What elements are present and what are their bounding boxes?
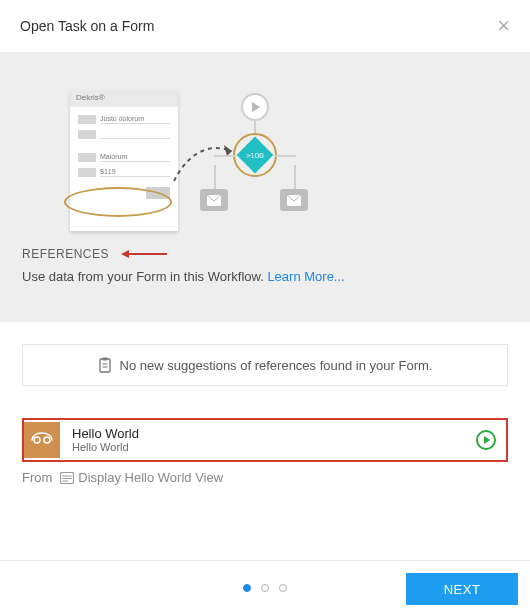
mock-field-1: Justo dolorum bbox=[100, 115, 170, 124]
mail-node-icon bbox=[280, 189, 308, 211]
open-task-modal: Open Task on a Form × Dekris® Justo dolo… bbox=[0, 0, 530, 615]
dotted-arrow-icon bbox=[172, 145, 242, 185]
mock-field-blank1 bbox=[100, 130, 170, 139]
play-icon[interactable] bbox=[476, 430, 496, 450]
references-header: REFERENCES Use data from your Form in th… bbox=[0, 233, 530, 302]
step-dot-3[interactable] bbox=[279, 584, 287, 592]
clipboard-icon bbox=[98, 357, 112, 373]
mock-field-value: $119 bbox=[100, 168, 170, 177]
task-text-block: Hello World Hello World bbox=[72, 426, 464, 455]
references-subtext-row: Use data from your Form in this Workflow… bbox=[22, 269, 508, 284]
mail-node-icon bbox=[200, 189, 228, 211]
highlight-oval bbox=[64, 187, 172, 217]
next-button[interactable]: NEXT bbox=[406, 573, 518, 605]
references-label: REFERENCES bbox=[22, 247, 109, 261]
decision-label: >100 bbox=[246, 151, 264, 160]
step-dot-2[interactable] bbox=[261, 584, 269, 592]
task-card[interactable]: Hello World Hello World bbox=[22, 418, 508, 462]
connector-line bbox=[294, 165, 296, 189]
modal-body: No new suggestions of references found i… bbox=[0, 322, 530, 560]
source-view-chip[interactable]: Display Hello World View bbox=[60, 470, 223, 485]
connector-line bbox=[214, 165, 216, 189]
mock-form-title: Dekris® bbox=[70, 91, 178, 107]
references-subtext: Use data from your Form in this Workflow… bbox=[22, 269, 267, 284]
step-dots bbox=[243, 584, 287, 592]
illustration-panel: Dekris® Justo dolorum Maiorum $119 bbox=[0, 53, 530, 322]
task-title: Hello World bbox=[72, 426, 464, 442]
svg-point-7 bbox=[34, 437, 40, 443]
no-suggestions-banner: No new suggestions of references found i… bbox=[22, 344, 508, 386]
start-node-icon bbox=[241, 93, 269, 121]
decision-node-ring: >100 bbox=[233, 133, 277, 177]
learn-more-link[interactable]: Learn More... bbox=[267, 269, 344, 284]
step-dot-1[interactable] bbox=[243, 584, 251, 592]
red-arrow-icon bbox=[121, 250, 167, 258]
modal-header: Open Task on a Form × bbox=[0, 0, 530, 53]
no-suggestions-text: No new suggestions of references found i… bbox=[120, 358, 433, 373]
from-row: From Display Hello World View bbox=[22, 470, 508, 485]
mock-field-2: Maiorum bbox=[100, 153, 170, 162]
svg-rect-4 bbox=[102, 358, 107, 361]
decision-node-icon: >100 bbox=[237, 137, 274, 174]
modal-title: Open Task on a Form bbox=[20, 18, 154, 34]
connector-line bbox=[274, 155, 296, 157]
task-subtitle: Hello World bbox=[72, 441, 464, 454]
svg-rect-3 bbox=[100, 359, 110, 372]
source-view-name: Display Hello World View bbox=[78, 470, 223, 485]
smartform-icon bbox=[24, 422, 60, 458]
modal-footer: NEXT bbox=[0, 560, 530, 615]
connector-line bbox=[214, 155, 236, 157]
close-icon[interactable]: × bbox=[497, 15, 510, 37]
svg-point-8 bbox=[44, 437, 50, 443]
view-icon bbox=[60, 472, 74, 484]
workflow-diagram: Dekris® Justo dolorum Maiorum $119 bbox=[70, 73, 460, 233]
from-label: From bbox=[22, 470, 52, 485]
